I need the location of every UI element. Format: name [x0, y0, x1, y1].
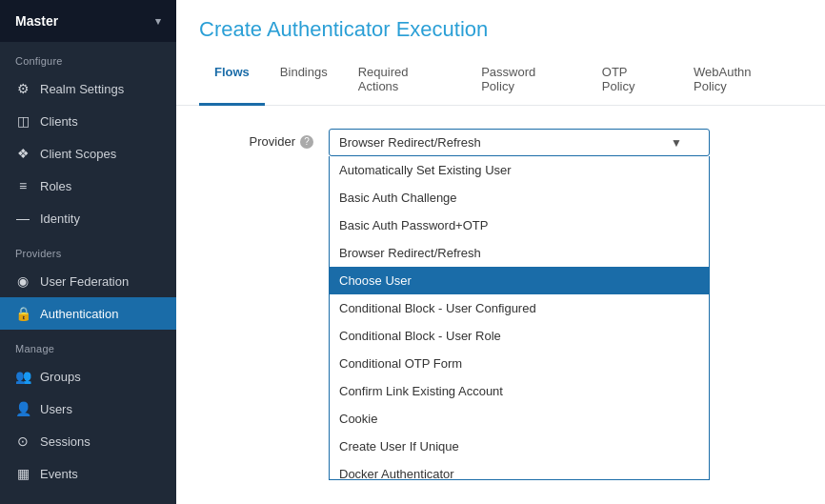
authentication-icon: 🔒 [15, 306, 30, 321]
sidebar-item-authentication[interactable]: 🔒 Authentication [0, 297, 176, 330]
provider-label: Provider ? [199, 129, 313, 149]
tab-bindings[interactable]: Bindings [265, 55, 343, 106]
sidebar-item-client-scopes[interactable]: ❖ Client Scopes [0, 137, 176, 170]
sidebar: Master ▾ Configure ⚙ Realm Settings ◫ Cl… [0, 0, 176, 504]
list-item[interactable]: Conditional Block - User Configured [330, 294, 709, 322]
sidebar-item-label: Identity [40, 212, 80, 226]
sidebar-header[interactable]: Master ▾ [0, 0, 176, 42]
sidebar-item-label: Events [40, 467, 78, 481]
sidebar-item-users[interactable]: 👤 Users [0, 393, 176, 425]
clients-icon: ◫ [15, 113, 30, 129]
list-item[interactable]: Create User If Unique [330, 433, 709, 460]
list-item[interactable]: Basic Auth Password+OTP [330, 212, 709, 239]
sidebar-item-groups[interactable]: 👥 Groups [0, 360, 176, 393]
list-item[interactable]: Cookie [330, 405, 709, 433]
list-item[interactable]: Browser Redirect/Refresh [330, 239, 709, 267]
sidebar-item-label: Sessions [40, 434, 91, 449]
provider-row: Provider ? Browser Redirect/Refresh ▼ Au… [199, 129, 802, 156]
sidebar-item-realm-settings[interactable]: ⚙ Realm Settings [0, 72, 176, 105]
provider-dropdown-list[interactable]: Automatically Set Existing UserBasic Aut… [329, 156, 710, 480]
sidebar-item-events[interactable]: ▦ Events [0, 457, 176, 490]
tab-webauthn-policy[interactable]: WebAuthn Policy [678, 55, 802, 106]
list-item[interactable]: Conditional OTP Form [330, 350, 709, 377]
main-header: Create Authenticator Execution Flows Bin… [176, 0, 825, 106]
page-title: Create Authenticator Execution [199, 17, 802, 42]
tabs: Flows Bindings Required Actions Password… [199, 55, 802, 105]
provider-select-wrapper: Browser Redirect/Refresh ▼ Automatically… [329, 129, 710, 156]
realm-settings-icon: ⚙ [15, 81, 30, 96]
sidebar-item-label: Groups [40, 370, 81, 384]
list-item[interactable]: Automatically Set Existing User [330, 156, 709, 184]
manage-section-label: Manage [0, 330, 176, 360]
chevron-down-icon: ▾ [155, 15, 161, 28]
list-item[interactable]: Conditional Block - User Role [330, 322, 709, 350]
identity-icon: — [15, 211, 30, 226]
tab-otp-policy[interactable]: OTP Policy [587, 55, 678, 106]
sidebar-item-label: Users [40, 402, 72, 416]
list-item[interactable]: Confirm Link Existing Account [330, 377, 709, 405]
provider-label-text: Provider [250, 134, 295, 149]
sidebar-item-label: Client Scopes [40, 147, 116, 161]
sidebar-item-label: Clients [40, 114, 78, 129]
users-icon: 👤 [15, 401, 30, 416]
tab-password-policy[interactable]: Password Policy [466, 55, 587, 106]
tab-flows[interactable]: Flows [199, 55, 265, 106]
user-federation-icon: ◉ [15, 273, 30, 289]
sidebar-item-label: Authentication [40, 307, 118, 321]
list-item[interactable]: Docker Authenticator [330, 460, 709, 480]
sidebar-item-clients[interactable]: ◫ Clients [0, 105, 176, 137]
groups-icon: 👥 [15, 369, 30, 384]
sidebar-item-label: Realm Settings [40, 82, 124, 96]
sessions-icon: ⊙ [15, 433, 30, 449]
select-value: Browser Redirect/Refresh [339, 135, 481, 150]
dropdown-arrow-icon: ▼ [671, 136, 682, 150]
sidebar-item-identity[interactable]: — Identity [0, 202, 176, 234]
list-item[interactable]: Choose User [330, 267, 709, 294]
main-content: Create Authenticator Execution Flows Bin… [176, 0, 825, 504]
provider-select[interactable]: Browser Redirect/Refresh ▼ [329, 129, 710, 156]
events-icon: ▦ [15, 466, 30, 481]
providers-section-label: Providers [0, 234, 176, 265]
tab-required-actions[interactable]: Required Actions [343, 55, 466, 106]
sidebar-item-user-federation[interactable]: ◉ User Federation [0, 265, 176, 297]
sidebar-item-label: User Federation [40, 274, 129, 289]
sidebar-item-sessions[interactable]: ⊙ Sessions [0, 425, 176, 457]
help-icon[interactable]: ? [300, 135, 313, 149]
configure-section-label: Configure [0, 42, 176, 72]
sidebar-item-roles[interactable]: ≡ Roles [0, 170, 176, 202]
master-label: Master [15, 13, 58, 29]
roles-icon: ≡ [15, 178, 30, 193]
content-area: Provider ? Browser Redirect/Refresh ▼ Au… [176, 106, 825, 504]
sidebar-item-label: Roles [40, 179, 71, 193]
client-scopes-icon: ❖ [15, 146, 30, 161]
list-item[interactable]: Basic Auth Challenge [330, 184, 709, 212]
